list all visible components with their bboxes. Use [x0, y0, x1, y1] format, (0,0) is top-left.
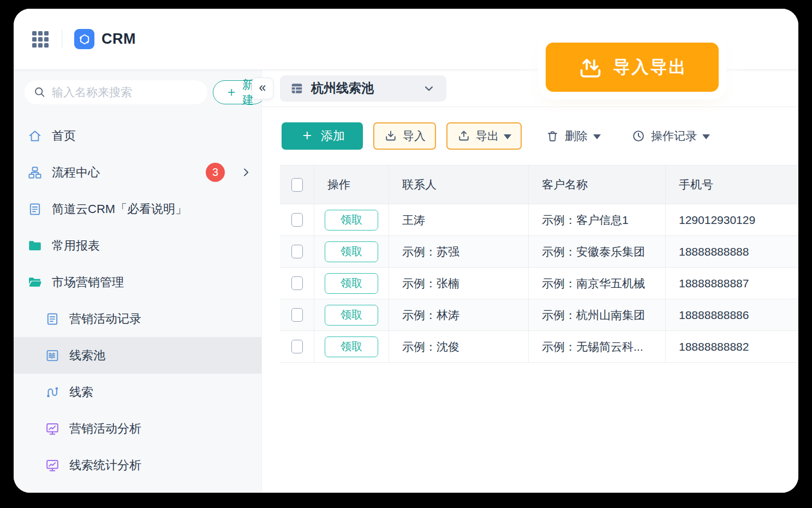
- contact-cell: 王涛: [389, 204, 528, 236]
- phone-cell: 18888888887: [665, 268, 798, 299]
- import-export-spotlight-button[interactable]: 导入导出: [546, 43, 719, 92]
- chevron-right-icon[interactable]: [240, 167, 252, 178]
- sidebar-item-marketing-activity-records[interactable]: 营销活动记录: [14, 300, 261, 337]
- sidebar-item-label: 首页: [52, 128, 76, 144]
- lead-icon: [45, 385, 60, 400]
- sidebar-item-label: 市场营销管理: [52, 274, 124, 291]
- sidebar-item-common-reports[interactable]: 常用报表: [14, 227, 261, 264]
- row-checkbox[interactable]: [291, 245, 303, 258]
- sidebar-item-marketing-management[interactable]: 市场营销管理: [14, 264, 261, 300]
- lead-table: 操作 联系人 客户名称 手机号 领取 王涛 示例：客户信息1 129012930…: [280, 165, 798, 363]
- header-select-all: [280, 165, 314, 204]
- import-export-icon: [577, 54, 604, 80]
- search-icon: [33, 86, 46, 99]
- table-row-select: [280, 299, 314, 331]
- sidebar-item-label: 线索池: [69, 347, 105, 364]
- main-content: « 杭州线索池: [262, 70, 798, 493]
- claim-button[interactable]: 领取: [325, 336, 378, 357]
- document-icon: [27, 202, 43, 217]
- topbar-divider: [62, 30, 62, 49]
- search-box[interactable]: [25, 80, 207, 104]
- sidebar-item-label: 流程中心: [52, 164, 100, 181]
- caret-down-icon: [593, 134, 601, 139]
- row-checkbox[interactable]: [291, 308, 303, 322]
- customer-cell: 示例：无锡简云科...: [528, 331, 665, 363]
- import-button-label: 导入: [403, 128, 426, 144]
- chevron-down-icon: [422, 82, 435, 95]
- row-checkbox[interactable]: [291, 276, 303, 290]
- chart-monitor-icon: [45, 458, 60, 473]
- folder-icon: [27, 238, 43, 253]
- view-title: 杭州线索池: [311, 80, 374, 97]
- sidebar-item-crm-guide[interactable]: 简道云CRM「必看说明」: [14, 191, 261, 227]
- contact-cell: 示例：沈俊: [389, 331, 528, 363]
- column-header: 客户名称: [528, 165, 665, 204]
- delete-button-label: 删除: [565, 128, 588, 144]
- workflow-icon: [27, 165, 43, 180]
- sidebar-item-workflow-center[interactable]: 流程中心 3: [14, 154, 261, 191]
- import-button[interactable]: 导入: [373, 122, 436, 150]
- customer-cell: 示例：安徽泰乐集团: [528, 236, 665, 268]
- toolbar: ＋ 添加 导入: [262, 107, 798, 165]
- caret-down-icon: [702, 134, 710, 139]
- claim-button[interactable]: 领取: [325, 273, 378, 294]
- sidebar-item-marketing-activity-analysis[interactable]: 营销活动分析: [14, 410, 261, 447]
- operation-history-button[interactable]: 操作记录: [631, 122, 710, 150]
- sidebar: ＋ 新建 首页: [14, 70, 262, 493]
- customer-cell: 示例：杭州山南集团: [528, 299, 665, 331]
- app-name: CRM: [101, 31, 136, 48]
- contact-cell: 示例：张楠: [389, 268, 528, 299]
- table-row-select: [280, 236, 314, 268]
- phone-cell: 18888888886: [665, 299, 798, 331]
- phone-cell: 18888888888: [665, 236, 798, 268]
- folder-open-icon: [27, 275, 43, 290]
- table-view-icon: [290, 81, 304, 96]
- table-row-action: 领取: [314, 299, 389, 331]
- plus-icon: ＋: [225, 85, 238, 98]
- customer-cell: 示例：客户信息1: [528, 204, 665, 236]
- upload-icon: [457, 129, 471, 143]
- table-row-select: [280, 268, 314, 299]
- crm-logo-icon: [74, 29, 94, 49]
- row-checkbox[interactable]: [291, 213, 303, 227]
- sidebar-item-label: 线索: [69, 384, 93, 400]
- sidebar-item-label: 线索统计分析: [69, 457, 141, 474]
- sidebar-item-label: 营销活动记录: [69, 311, 141, 327]
- sidebar-item-label: 简道云CRM「必看说明」: [52, 201, 187, 217]
- search-input[interactable]: [52, 86, 200, 99]
- phone-cell: 129012930129: [665, 204, 798, 236]
- delete-button[interactable]: 删除: [546, 122, 601, 150]
- view-switcher[interactable]: 杭州线索池: [280, 75, 446, 102]
- sidebar-item-lead-pool[interactable]: 线索池: [14, 337, 261, 374]
- table-row-select: [280, 204, 314, 236]
- home-icon: [27, 128, 43, 144]
- notification-badge: 3: [206, 163, 225, 182]
- trash-icon: [546, 129, 559, 143]
- collapse-sidebar-button[interactable]: «: [252, 78, 273, 99]
- claim-button[interactable]: 领取: [325, 241, 378, 262]
- document-icon: [45, 311, 60, 327]
- table-row-action: 领取: [314, 268, 389, 299]
- table-row-select: [280, 331, 314, 363]
- caret-down-icon: [504, 134, 511, 139]
- chart-monitor-icon: [45, 421, 60, 436]
- column-header: 手机号: [665, 165, 798, 204]
- add-button[interactable]: ＋ 添加: [282, 122, 363, 150]
- add-button-label: 添加: [321, 128, 345, 144]
- table-row-action: 领取: [314, 331, 389, 363]
- claim-button[interactable]: 领取: [325, 305, 378, 326]
- select-all-checkbox[interactable]: [291, 178, 303, 192]
- sidebar-menu: 首页 流程中心 3: [14, 117, 261, 483]
- app-launcher-icon[interactable]: [32, 31, 49, 48]
- sidebar-item-label: 营销活动分析: [69, 421, 141, 437]
- sidebar-item-home[interactable]: 首页: [14, 117, 261, 154]
- row-checkbox[interactable]: [291, 340, 303, 353]
- customer-cell: 示例：南京华五机械: [528, 268, 665, 299]
- export-button[interactable]: 导出: [446, 122, 522, 150]
- claim-button[interactable]: 领取: [325, 210, 378, 231]
- sidebar-item-lead-statistics-analysis[interactable]: 线索统计分析: [14, 447, 261, 483]
- sidebar-item-leads[interactable]: 线索: [14, 374, 261, 410]
- plus-icon: ＋: [300, 128, 314, 143]
- export-button-label: 导出: [476, 128, 499, 144]
- download-icon: [384, 129, 398, 143]
